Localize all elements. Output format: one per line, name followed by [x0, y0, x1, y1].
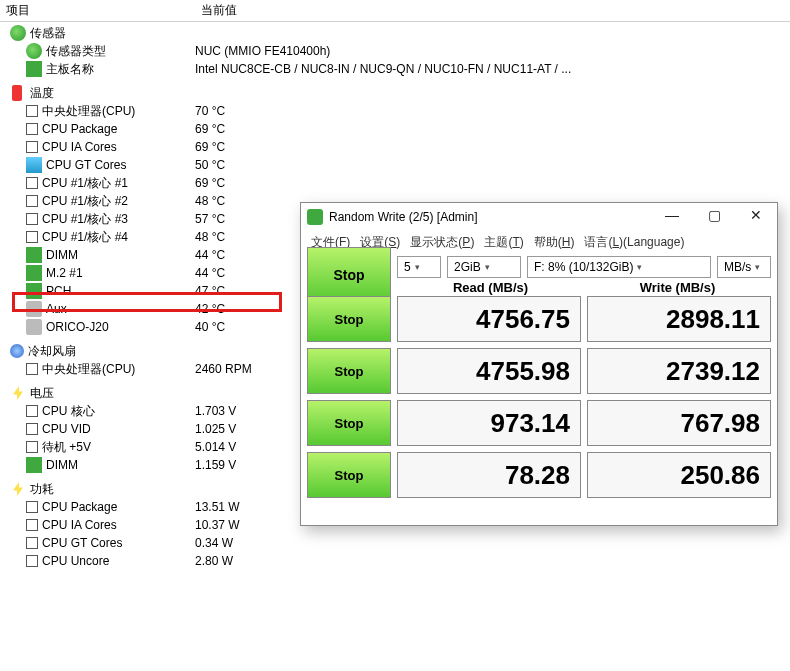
row-icon: [26, 405, 38, 417]
row-value: 47 °C: [195, 284, 225, 298]
category-label: 传感器: [30, 25, 66, 42]
row-icon: [26, 213, 38, 225]
fan-icon: [10, 344, 24, 358]
row-icon: [26, 457, 42, 473]
drive-select[interactable]: F: 8% (10/132GiB)▾: [527, 256, 711, 278]
row-icon: [26, 265, 42, 281]
row-board[interactable]: 主板名称 Intel NUC8CE-CB / NUC8-IN / NUC9-QN…: [0, 60, 790, 78]
category-label: 电压: [30, 385, 54, 402]
bolt-icon: [13, 482, 23, 496]
select-value: 2GiB: [454, 260, 481, 274]
row-value: 48 °C: [195, 194, 225, 208]
chevron-down-icon: ▾: [755, 262, 760, 272]
row-icon: [26, 319, 42, 335]
maximize-button[interactable]: ▢: [693, 203, 735, 231]
row-icon: [26, 195, 38, 207]
sensor-row[interactable]: CPU Package69 °C: [0, 120, 790, 138]
menu-theme[interactable]: 主题(T): [480, 233, 527, 252]
row-label: CPU Package: [42, 122, 117, 136]
row-icon: [26, 247, 42, 263]
select-value: 5: [404, 260, 411, 274]
category-temperature[interactable]: 温度: [0, 84, 790, 102]
column-value-header[interactable]: 当前值: [195, 2, 790, 19]
sensor-row[interactable]: CPU GT Cores50 °C: [0, 156, 790, 174]
sensor-row[interactable]: 中央处理器(CPU)70 °C: [0, 102, 790, 120]
read-header: Read (MB/s): [397, 280, 584, 295]
menu-profile[interactable]: 显示状态(P): [406, 233, 478, 252]
row-value: 10.37 W: [195, 518, 240, 532]
minimize-button[interactable]: —: [651, 203, 693, 231]
stop-all-button[interactable]: Stop: [307, 247, 391, 303]
row-label: 主板名称: [46, 61, 94, 78]
stop-button[interactable]: Stop: [307, 296, 391, 342]
row-icon: [26, 231, 38, 243]
row-label: ORICO-J20: [46, 320, 109, 334]
row-label: CPU GT Cores: [46, 158, 126, 172]
row-label: CPU GT Cores: [42, 536, 122, 550]
stop-button[interactable]: Stop: [307, 348, 391, 394]
loops-select[interactable]: 5▾: [397, 256, 441, 278]
category-label: 温度: [30, 85, 54, 102]
row-value: 69 °C: [195, 122, 225, 136]
write-header: Write (MB/s): [584, 280, 771, 295]
sensor-row[interactable]: CPU IA Cores69 °C: [0, 138, 790, 156]
read-value: 973.14: [397, 400, 581, 446]
row-value: 50 °C: [195, 158, 225, 172]
row-icon: [26, 105, 38, 117]
category-label: 冷却风扇: [28, 343, 76, 360]
row-label: CPU IA Cores: [42, 140, 117, 154]
row-icon: [26, 501, 38, 513]
row-value: 1.159 V: [195, 458, 236, 472]
stop-button[interactable]: Stop: [307, 452, 391, 498]
bolt-icon: [13, 386, 23, 400]
row-value: 5.014 V: [195, 440, 236, 454]
result-row: Stop78.28250.86: [307, 452, 771, 498]
row-value: 2.80 W: [195, 554, 233, 568]
row-label: 传感器类型: [46, 43, 106, 60]
row-icon: [26, 141, 38, 153]
row-icon: [26, 537, 38, 549]
row-label: 中央处理器(CPU): [42, 361, 135, 378]
row-sensor-type[interactable]: 传感器类型 NUC (MMIO FE410400h): [0, 42, 790, 60]
benchmark-window: Random Write (2/5) [Admin] — ▢ ✕ 文件(F) 设…: [300, 202, 778, 526]
row-label: CPU Uncore: [42, 554, 109, 568]
row-label: M.2 #1: [46, 266, 83, 280]
category-sensor[interactable]: 传感器: [0, 24, 790, 42]
table-header: 项目 当前值: [0, 0, 790, 22]
row-label: Aux: [46, 302, 67, 316]
row-value: NUC (MMIO FE410400h): [195, 44, 330, 58]
select-value: F: 8% (10/132GiB): [534, 260, 633, 274]
chevron-down-icon: ▾: [637, 262, 642, 272]
sensor-row[interactable]: CPU GT Cores0.34 W: [0, 534, 790, 552]
row-icon: [26, 177, 38, 189]
column-item-header[interactable]: 项目: [0, 2, 195, 19]
sensor-row[interactable]: CPU #1/核心 #169 °C: [0, 174, 790, 192]
result-row: Stop973.14767.98: [307, 400, 771, 446]
size-select[interactable]: 2GiB▾: [447, 256, 521, 278]
board-icon: [26, 61, 42, 77]
row-value: 42 °C: [195, 302, 225, 316]
result-row: Stop4755.982739.12: [307, 348, 771, 394]
write-value: 250.86: [587, 452, 771, 498]
row-value: 44 °C: [195, 266, 225, 280]
sensor-row[interactable]: CPU Uncore2.80 W: [0, 552, 790, 570]
row-label: CPU #1/核心 #3: [42, 211, 128, 228]
row-label: DIMM: [46, 458, 78, 472]
close-button[interactable]: ✕: [735, 203, 777, 231]
menu-help[interactable]: 帮助(H): [530, 233, 579, 252]
chevron-down-icon: ▾: [415, 262, 420, 272]
row-value: 1.025 V: [195, 422, 236, 436]
row-value: 44 °C: [195, 248, 225, 262]
unit-select[interactable]: MB/s▾: [717, 256, 771, 278]
thermometer-icon: [12, 85, 22, 101]
row-icon: [26, 123, 38, 135]
row-icon: [26, 441, 38, 453]
stop-button[interactable]: Stop: [307, 400, 391, 446]
row-label: CPU #1/核心 #2: [42, 193, 128, 210]
titlebar[interactable]: Random Write (2/5) [Admin] — ▢ ✕: [301, 203, 777, 231]
row-label: 中央处理器(CPU): [42, 103, 135, 120]
menu-language[interactable]: 语言(L)(Language): [580, 233, 688, 252]
row-value: 70 °C: [195, 104, 225, 118]
row-icon: [26, 301, 42, 317]
row-label: CPU Package: [42, 500, 117, 514]
